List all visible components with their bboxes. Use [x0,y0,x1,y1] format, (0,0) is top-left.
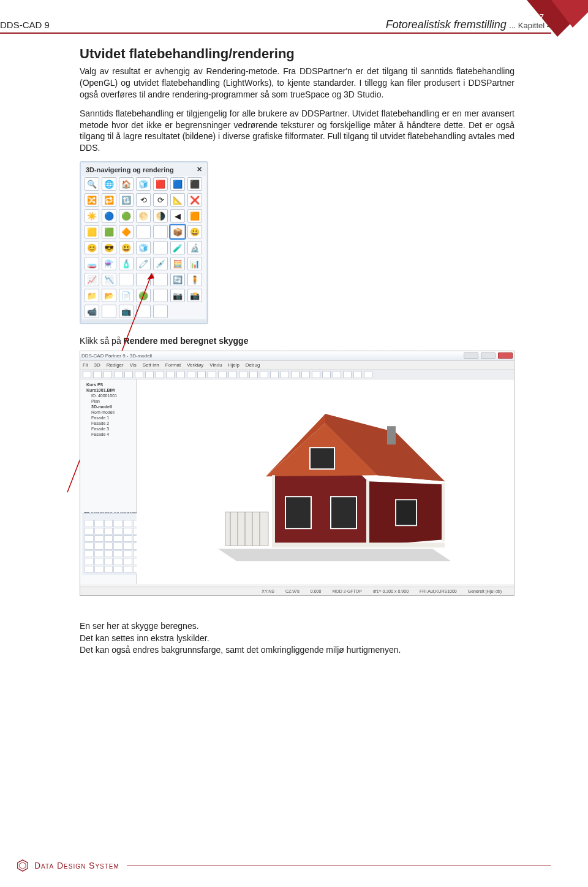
palette-icon[interactable] [153,273,168,286]
palette-icon[interactable]: 🟢 [136,289,151,302]
menu-item[interactable]: 3D [94,362,100,368]
palette-icon[interactable]: 📊 [187,257,202,270]
toolbar-button[interactable] [228,371,237,378]
palette-icon[interactable]: 🌐 [102,177,116,191]
palette-icon[interactable] [136,305,151,318]
palette-icon[interactable]: 📹 [85,305,99,318]
mini-palette-icon[interactable] [85,535,94,542]
mini-palette-icon[interactable] [113,528,123,535]
palette-icon[interactable]: 🔃 [119,193,134,207]
palette-icon[interactable]: 🔁 [102,193,116,207]
toolbar-button[interactable] [260,371,268,378]
toolbar-button[interactable] [124,371,133,378]
toolbar-button[interactable] [353,371,362,378]
palette-icon[interactable]: 😊 [85,241,99,254]
palette-icon[interactable]: ⟲ [136,193,151,207]
3d-canvas[interactable] [137,379,514,584]
mini-palette-icon[interactable] [123,550,132,557]
mini-palette-icon[interactable] [94,550,104,557]
mini-palette-icon[interactable] [104,542,113,549]
palette-icon[interactable]: ❌ [187,193,202,207]
mini-palette-icon[interactable] [123,528,132,535]
palette-icon[interactable]: 🟦 [170,177,185,191]
menu-item[interactable]: Fil [83,362,88,368]
palette-icon[interactable]: 🏠 [119,177,134,191]
palette-icon[interactable] [153,225,168,238]
palette-icon[interactable]: 📦 [170,225,185,238]
toolbar-button[interactable] [291,371,300,378]
menu-item[interactable]: Vis [130,362,137,368]
toolbar-button[interactable] [312,371,320,378]
mini-palette-icon[interactable] [113,550,123,557]
palette-icon[interactable]: 🧍 [187,273,202,286]
mini-palette-icon[interactable] [85,520,94,527]
palette-icon[interactable]: 🧊 [136,177,151,191]
palette-icon[interactable]: ⟳ [153,193,168,207]
mini-palette-icon[interactable] [123,542,132,549]
toolbar-button[interactable] [343,371,352,378]
palette-icon[interactable]: 📄 [119,289,134,302]
mini-palette-icon[interactable] [85,528,94,535]
tree-item[interactable]: Fasade 3 [83,426,134,432]
palette-icon[interactable]: 😃 [119,241,134,254]
palette-icon[interactable]: 📂 [102,289,116,302]
palette-icon[interactable]: 🧴 [119,257,134,270]
menu-item[interactable]: Sett inn [143,362,159,368]
palette-icon[interactable]: 😀 [187,225,202,238]
mini-palette-icon[interactable] [113,542,123,549]
mini-palette-icon[interactable] [94,528,104,535]
mini-palette-icon[interactable] [104,535,113,542]
toolbar-button[interactable] [333,371,341,378]
tree-item[interactable]: 3D-modell [83,404,134,409]
menu-item[interactable]: Format [165,362,181,368]
tree-item[interactable]: ID: 40001001 [83,393,134,398]
toolbar-button[interactable] [145,371,154,378]
palette-icon[interactable]: 🔍 [85,177,99,191]
mini-palette-icon[interactable] [113,535,123,542]
toolbar-button[interactable] [114,371,123,378]
palette-icon[interactable] [153,305,168,318]
menu-item[interactable]: Vindu [209,362,222,368]
menu-item[interactable]: Debug [246,362,260,368]
toolbar-button[interactable] [249,371,258,378]
palette-icon[interactable]: 🧷 [136,257,151,270]
palette-icon[interactable]: 🧫 [85,257,99,270]
palette-icon[interactable]: 🧮 [170,257,185,270]
maximize-button[interactable] [481,352,496,359]
mini-palette-icon[interactable] [123,558,132,565]
palette-icon[interactable]: 😎 [102,241,116,254]
palette-icon[interactable]: 🔄 [170,273,185,286]
palette-icon[interactable]: 🟩 [102,225,116,238]
toolbar-button[interactable] [239,371,247,378]
menu-item[interactable]: Rediger [107,362,124,368]
toolbar-button[interactable] [218,371,227,378]
toolbar-button[interactable] [93,371,102,378]
palette-icon[interactable] [102,305,116,318]
tree-item[interactable]: Fasade 2 [83,421,134,426]
palette-icon[interactable]: 🌕 [136,209,151,223]
toolbar-button[interactable] [156,371,164,378]
tree-item[interactable]: Rom-modell [83,409,134,415]
minimize-button[interactable] [464,352,478,359]
palette-icon[interactable] [153,289,168,302]
close-button[interactable] [498,352,513,359]
palette-icon[interactable]: 💉 [153,257,168,270]
mini-palette-icon[interactable] [85,566,94,573]
mini-palette-icon[interactable] [94,566,104,573]
tree-root[interactable]: Kurs PS [83,382,134,387]
toolbar-button[interactable] [166,371,175,378]
toolbar-button[interactable] [281,371,289,378]
toolbar-button[interactable] [104,371,112,378]
mini-palette-icon[interactable] [94,558,104,565]
palette-icon[interactable]: 🟧 [187,209,202,223]
tree-item[interactable]: Plan [83,398,134,404]
mini-palette-icon[interactable] [85,542,94,549]
mini-palette-icon[interactable] [104,528,113,535]
menu-item[interactable]: Hjelp [228,362,239,368]
palette-icon[interactable]: ⚗️ [102,257,116,270]
palette-icon[interactable]: 🔵 [102,209,116,223]
palette-icon[interactable] [136,273,151,286]
mini-palette-icon[interactable] [94,520,104,527]
palette-icon[interactable]: 🟢 [119,209,134,223]
mini-palette-icon[interactable] [123,535,132,542]
